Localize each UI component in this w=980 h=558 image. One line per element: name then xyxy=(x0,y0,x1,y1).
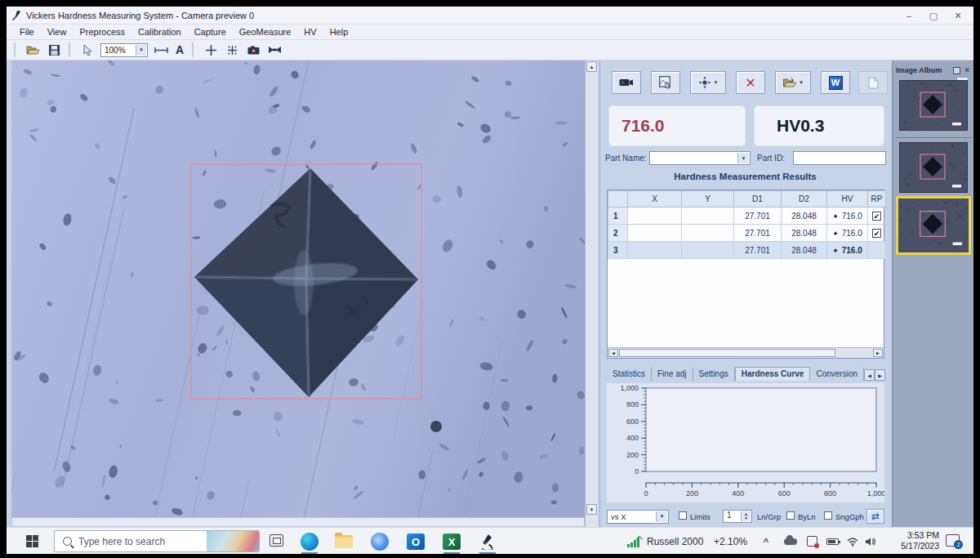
cell-rp: ✔ xyxy=(868,208,886,225)
desktop-screen: Vickers Hardness Measuring System - Came… xyxy=(7,7,973,554)
taskbar-outlook-icon[interactable]: O xyxy=(405,532,426,551)
taskbar-edge-icon[interactable] xyxy=(299,532,320,551)
spin-down-icon[interactable]: ▼ xyxy=(744,516,748,520)
start-button[interactable] xyxy=(26,535,38,547)
menu-calibration[interactable]: Calibration xyxy=(131,27,188,37)
scroll-left-icon[interactable]: ◀ xyxy=(608,349,618,357)
svg-text:200: 200 xyxy=(686,489,698,498)
lens-calibration-button[interactable] xyxy=(265,42,284,58)
notification-center-icon[interactable]: 2 xyxy=(946,534,960,547)
onedrive-icon[interactable] xyxy=(784,538,797,545)
volume-icon[interactable] xyxy=(864,535,877,547)
teams-icon[interactable] xyxy=(807,536,817,547)
album-close-icon[interactable]: ✕ xyxy=(964,66,970,74)
col-d2[interactable]: D2 xyxy=(782,191,827,208)
album-thumbnail-3-selected[interactable] xyxy=(896,196,971,255)
select-image-button[interactable] xyxy=(651,71,680,94)
part-name-dropdown-icon[interactable]: ▼ xyxy=(737,153,749,163)
taskbar-browser-icon[interactable] xyxy=(369,532,390,551)
table-row[interactable]: 2 27.701 28.048 ✦716.0 ✔ xyxy=(608,225,886,242)
col-x[interactable]: X xyxy=(628,191,682,208)
camera-preview[interactable] xyxy=(11,60,585,517)
scroll-down-icon[interactable]: ▼ xyxy=(586,504,597,515)
camera-mode-button[interactable] xyxy=(612,71,641,94)
table-horizontal-scrollbar[interactable]: ◀ ▶ xyxy=(608,347,884,358)
rp-checkbox[interactable]: ✔ xyxy=(872,212,881,221)
scroll-up-icon[interactable]: ▲ xyxy=(586,61,597,72)
measure-tool-button[interactable] xyxy=(151,42,171,58)
col-y[interactable]: Y xyxy=(682,191,734,208)
menu-geomeasure[interactable]: GeoMeasure xyxy=(233,27,298,37)
tab-settings[interactable]: Settings xyxy=(693,368,735,381)
menu-view[interactable]: View xyxy=(41,27,74,37)
camera-horizontal-scrollbar[interactable] xyxy=(11,517,585,527)
tab-conversion[interactable]: Conversion xyxy=(810,368,864,381)
taskbar-search[interactable]: Type here to search xyxy=(54,530,260,552)
group-spinner[interactable]: 1▲▼ xyxy=(723,510,752,523)
menu-hv[interactable]: HV xyxy=(297,27,323,37)
taskbar-microscope-app-icon[interactable] xyxy=(477,532,498,551)
add-point-button[interactable] xyxy=(201,42,220,58)
close-button[interactable]: ✕ xyxy=(946,7,970,25)
rp-checkbox[interactable]: ✔ xyxy=(872,229,881,238)
taskbar-excel-icon[interactable]: X xyxy=(441,532,462,551)
auto-measure-button[interactable]: ▼ xyxy=(690,71,726,94)
tabs-scroll-right-icon[interactable]: ▶ xyxy=(875,369,885,381)
menu-preprocess[interactable]: Preprocess xyxy=(73,27,131,37)
taskbar-explorer-icon[interactable] xyxy=(333,532,354,551)
network-icon[interactable] xyxy=(846,535,859,547)
minimize-button[interactable]: – xyxy=(897,7,921,25)
camera-capture-button[interactable] xyxy=(243,42,263,58)
album-thumbnail-2[interactable] xyxy=(899,142,968,193)
export-word-button[interactable]: W xyxy=(821,71,850,94)
ticker-name[interactable]: Russell 2000 xyxy=(647,536,703,547)
cell-d2: 28.048 xyxy=(782,225,827,242)
refresh-chart-button[interactable]: ⇄ xyxy=(866,509,884,524)
clock[interactable]: 3:53 PM 5/17/2023 xyxy=(885,530,939,551)
menu-file[interactable]: File xyxy=(13,27,41,37)
part-id-input[interactable] xyxy=(793,151,886,165)
axis-select-dropdown-icon[interactable]: ▼ xyxy=(656,511,667,522)
table-row[interactable]: 1 27.701 28.048 ✦716.0 ✔ xyxy=(608,208,886,225)
col-d1[interactable]: D1 xyxy=(734,191,782,208)
search-highlight-image[interactable] xyxy=(207,531,259,551)
active-app-indicator xyxy=(479,552,496,554)
pointer-tool-button[interactable] xyxy=(78,42,97,58)
limits-checkbox[interactable] xyxy=(679,511,687,520)
new-document-button[interactable] xyxy=(858,71,888,94)
maximize-button[interactable]: ▢ xyxy=(921,7,946,25)
pin-icon[interactable] xyxy=(953,67,960,74)
battery-icon[interactable] xyxy=(826,538,839,545)
singlegraph-checkbox[interactable] xyxy=(824,511,832,520)
axis-select[interactable]: vs X▼ xyxy=(607,510,669,524)
task-view-button[interactable] xyxy=(270,534,283,547)
camera-vertical-scrollbar[interactable]: ▲ ▼ xyxy=(585,60,598,527)
zoom-select[interactable]: 100%▼ xyxy=(100,43,148,57)
stocks-widget-icon[interactable] xyxy=(627,537,642,547)
table-row-selected[interactable]: 3 27.701 28.048 ✦716.0 xyxy=(608,242,886,259)
part-name-select[interactable]: ▼ xyxy=(649,151,751,165)
menu-help[interactable]: Help xyxy=(323,27,355,37)
open-file-button[interactable] xyxy=(23,42,42,58)
open-results-dropdown-icon[interactable]: ▼ xyxy=(799,80,804,85)
scrollbar-thumb[interactable] xyxy=(619,349,835,357)
tab-hardness-curve[interactable]: Hardness Curve xyxy=(735,367,811,381)
col-rp[interactable]: RP xyxy=(868,191,886,208)
auto-measure-dropdown-icon[interactable]: ▼ xyxy=(714,80,719,85)
tab-statistics[interactable]: Statistics xyxy=(607,368,652,381)
scroll-right-icon[interactable]: ▶ xyxy=(873,349,883,357)
zoom-dropdown-icon[interactable]: ▼ xyxy=(136,45,146,56)
crosshair-move-button[interactable] xyxy=(222,42,242,58)
ticker-change[interactable]: +2.10% xyxy=(714,536,747,547)
album-thumbnail-1[interactable] xyxy=(899,80,968,131)
delete-measurement-button[interactable]: ✕ xyxy=(736,71,765,94)
text-tool-button[interactable]: A xyxy=(172,42,187,58)
tab-fine-adj[interactable]: Fine adj xyxy=(652,368,693,381)
open-results-button[interactable]: ▼ xyxy=(775,71,811,94)
col-hv[interactable]: HV xyxy=(827,191,868,208)
save-button[interactable] xyxy=(44,42,64,58)
menu-capture[interactable]: Capture xyxy=(188,27,233,37)
tray-expand-icon[interactable]: ^ xyxy=(760,535,773,547)
tabs-scroll-left-icon[interactable]: ◀ xyxy=(864,369,875,381)
byline-checkbox[interactable] xyxy=(786,511,795,520)
